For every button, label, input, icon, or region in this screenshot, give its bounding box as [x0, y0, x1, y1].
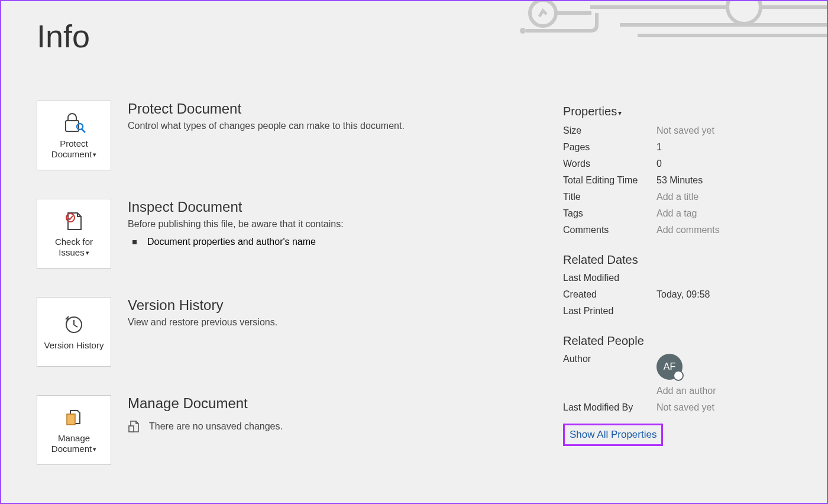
- svg-rect-7: [67, 414, 75, 425]
- manage-document-button[interactable]: Manage Document▾: [37, 395, 111, 465]
- inspect-bullet-1: Document properties and author's name: [132, 237, 344, 247]
- prop-pages-value: 1: [656, 142, 800, 153]
- show-all-properties-link[interactable]: Show All Properties: [563, 424, 663, 446]
- bullet-icon: [132, 240, 137, 244]
- prop-tags-value[interactable]: Add a tag: [656, 208, 800, 219]
- prop-comments-label: Comments: [563, 225, 656, 235]
- inspect-document-heading: Inspect Document: [128, 199, 344, 215]
- manage-document-label: Manage Document▾: [40, 433, 108, 454]
- inspect-document-desc: Before publishing this file, be aware th…: [128, 219, 344, 230]
- last-printed-label: Last Printed: [563, 306, 656, 316]
- last-modified-by-value: Not saved yet: [656, 402, 800, 413]
- created-label: Created: [563, 289, 656, 300]
- protect-document-desc: Control what types of changes people can…: [128, 121, 405, 131]
- prop-tags-label: Tags: [563, 208, 656, 219]
- svg-point-0: [530, 1, 556, 26]
- prop-words-label: Words: [563, 159, 656, 169]
- document-stack-icon: [59, 406, 89, 429]
- author-label: Author: [563, 354, 656, 364]
- prop-title-label: Title: [563, 192, 656, 202]
- chevron-down-icon: ▾: [618, 109, 622, 117]
- check-for-issues-label: Check for Issues▾: [40, 237, 108, 258]
- prop-size-value: Not saved yet: [656, 125, 800, 136]
- manage-document-desc: There are no unsaved changes.: [149, 421, 283, 432]
- manage-document-section: Manage Document▾ Manage Document There a…: [37, 395, 545, 465]
- page-title: Info: [37, 18, 90, 54]
- related-dates-heading: Related Dates: [563, 253, 800, 267]
- protect-document-button[interactable]: Protect Document▾: [37, 101, 111, 170]
- decorative-circuit: [519, 1, 827, 49]
- author-avatar[interactable]: AF: [656, 354, 683, 380]
- last-printed-value: [656, 306, 800, 316]
- last-modified-label: Last Modified: [563, 273, 656, 283]
- history-clock-icon: [59, 313, 89, 337]
- svg-rect-8: [129, 426, 134, 432]
- chevron-down-icon: ▾: [93, 151, 96, 158]
- prop-pages-label: Pages: [563, 142, 656, 153]
- document-check-icon: [59, 209, 89, 233]
- protect-document-label: Protect Document▾: [40, 138, 108, 160]
- prop-words-value: 0: [656, 159, 800, 169]
- lock-key-icon: [59, 111, 89, 135]
- properties-dropdown[interactable]: Properties▾: [563, 105, 622, 118]
- created-value: Today, 09:58: [656, 289, 800, 300]
- document-small-icon: [128, 420, 141, 433]
- protect-document-heading: Protect Document: [128, 101, 405, 117]
- protect-document-section: Protect Document▾ Protect Document Contr…: [37, 101, 545, 170]
- svg-point-2: [727, 1, 761, 24]
- chevron-down-icon: ▾: [93, 445, 96, 453]
- last-modified-by-label: Last Modified By: [563, 402, 656, 413]
- add-author-link[interactable]: Add an author: [656, 386, 716, 396]
- version-history-heading: Version History: [128, 297, 277, 314]
- last-modified-value: [656, 273, 800, 283]
- prop-editing-time-value: 53 Minutes: [656, 175, 800, 186]
- version-history-section: Version History Version History View and…: [37, 297, 545, 367]
- manage-document-heading: Manage Document: [128, 395, 283, 412]
- svg-point-1: [520, 28, 526, 34]
- inspect-document-section: Check for Issues▾ Inspect Document Befor…: [37, 199, 545, 269]
- prop-editing-time-label: Total Editing Time: [563, 175, 656, 186]
- related-people-heading: Related People: [563, 334, 800, 348]
- version-history-desc: View and restore previous versions.: [128, 317, 277, 328]
- prop-title-value[interactable]: Add a title: [656, 192, 800, 202]
- version-history-button[interactable]: Version History: [37, 297, 111, 367]
- chevron-down-icon: ▾: [86, 249, 89, 256]
- prop-comments-value[interactable]: Add comments: [656, 225, 800, 235]
- version-history-label: Version History: [44, 340, 104, 351]
- check-for-issues-button[interactable]: Check for Issues▾: [37, 199, 111, 269]
- prop-size-label: Size: [563, 125, 656, 136]
